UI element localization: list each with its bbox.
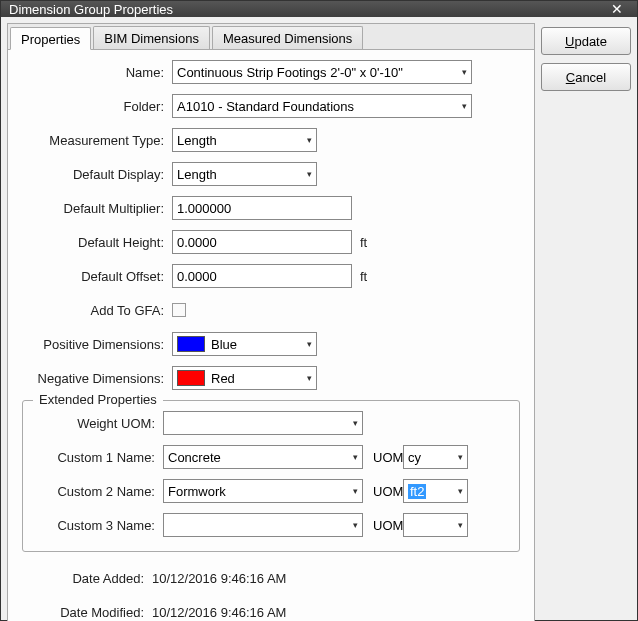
- weight-uom-combo[interactable]: ▾: [163, 411, 363, 435]
- tab-measured-dimensions[interactable]: Measured Dimensions: [212, 26, 363, 49]
- custom2-uom-combo[interactable]: ft2 ▾: [403, 479, 468, 503]
- form-area: Name: Continuous Strip Footings 2'-0" x …: [8, 50, 534, 621]
- label-measurement-type: Measurement Type:: [22, 133, 172, 148]
- chevron-down-icon: ▾: [303, 135, 312, 145]
- default-multiplier-input[interactable]: [172, 196, 352, 220]
- add-to-gfa-checkbox[interactable]: [172, 303, 186, 317]
- tab-label: Properties: [21, 32, 80, 47]
- negative-dimensions-value: Red: [211, 371, 235, 386]
- side-panel: Update Cancel: [541, 23, 631, 621]
- label-negative-dimensions: Negative Dimensions:: [22, 371, 172, 386]
- default-height-input[interactable]: [172, 230, 352, 254]
- label-default-height: Default Height:: [22, 235, 172, 250]
- default-height-field[interactable]: [177, 235, 347, 250]
- main-panel: Properties BIM Dimensions Measured Dimen…: [7, 23, 535, 621]
- extended-properties-legend: Extended Properties: [33, 392, 163, 407]
- label-default-offset: Default Offset:: [22, 269, 172, 284]
- default-display-combo[interactable]: Length ▾: [172, 162, 317, 186]
- color-option: Red: [177, 370, 235, 386]
- custom3-uom-combo[interactable]: ▾: [403, 513, 468, 537]
- name-combo[interactable]: Continuous Strip Footings 2'-0" x 0'-10"…: [172, 60, 472, 84]
- measurement-type-combo[interactable]: Length ▾: [172, 128, 317, 152]
- chevron-down-icon: ▾: [303, 373, 312, 383]
- custom1-uom-value: cy: [408, 450, 421, 465]
- default-offset-input[interactable]: [172, 264, 352, 288]
- color-option: Blue: [177, 336, 237, 352]
- label-uom: UOM:: [363, 450, 403, 465]
- titlebar: Dimension Group Properties ✕: [1, 1, 637, 17]
- label-uom: UOM:: [363, 518, 403, 533]
- update-button[interactable]: Update: [541, 27, 631, 55]
- tab-label: BIM Dimensions: [104, 31, 199, 46]
- chevron-down-icon: ▾: [458, 67, 467, 77]
- default-multiplier-field[interactable]: [177, 201, 347, 216]
- tab-label: Measured Dimensions: [223, 31, 352, 46]
- custom2-name-combo[interactable]: Formwork ▾: [163, 479, 363, 503]
- folder-value: A1010 - Standard Foundations: [177, 99, 354, 114]
- label-name: Name:: [22, 65, 172, 80]
- label-custom3-name: Custom 3 Name:: [31, 518, 163, 533]
- positive-dimensions-value: Blue: [211, 337, 237, 352]
- chevron-down-icon: ▾: [349, 486, 358, 496]
- folder-combo[interactable]: A1010 - Standard Foundations ▾: [172, 94, 472, 118]
- tab-properties[interactable]: Properties: [10, 27, 91, 50]
- chevron-down-icon: ▾: [454, 520, 463, 530]
- chevron-down-icon: ▾: [303, 339, 312, 349]
- chevron-down-icon: ▾: [349, 452, 358, 462]
- button-label: Update: [565, 34, 607, 49]
- label-custom2-name: Custom 2 Name:: [31, 484, 163, 499]
- label-custom1-name: Custom 1 Name:: [31, 450, 163, 465]
- chevron-down-icon: ▾: [349, 520, 358, 530]
- unit-ft: ft: [352, 235, 367, 250]
- date-added-value: 10/12/2016 9:46:16 AM: [152, 571, 286, 586]
- label-folder: Folder:: [22, 99, 172, 114]
- negative-dimensions-combo[interactable]: Red ▾: [172, 366, 317, 390]
- custom3-name-combo[interactable]: ▾: [163, 513, 363, 537]
- custom1-name-combo[interactable]: Concrete ▾: [163, 445, 363, 469]
- label-add-to-gfa: Add To GFA:: [22, 303, 172, 318]
- measurement-type-value: Length: [177, 133, 217, 148]
- close-icon[interactable]: ✕: [605, 1, 629, 17]
- custom2-name-value: Formwork: [168, 484, 226, 499]
- chevron-down-icon: ▾: [458, 101, 467, 111]
- label-positive-dimensions: Positive Dimensions:: [22, 337, 172, 352]
- chevron-down-icon: ▾: [454, 452, 463, 462]
- chevron-down-icon: ▾: [349, 418, 358, 428]
- color-swatch-blue: [177, 336, 205, 352]
- name-value: Continuous Strip Footings 2'-0" x 0'-10": [177, 65, 403, 80]
- date-modified-value: 10/12/2016 9:46:16 AM: [152, 605, 286, 620]
- chevron-down-icon: ▾: [454, 486, 463, 496]
- custom2-uom-value: ft2: [408, 484, 426, 499]
- color-swatch-red: [177, 370, 205, 386]
- label-default-multiplier: Default Multiplier:: [22, 201, 172, 216]
- dialog-body: Properties BIM Dimensions Measured Dimen…: [1, 17, 637, 621]
- custom1-uom-combo[interactable]: cy ▾: [403, 445, 468, 469]
- tab-bim-dimensions[interactable]: BIM Dimensions: [93, 26, 210, 49]
- label-default-display: Default Display:: [22, 167, 172, 182]
- dialog-window: Dimension Group Properties ✕ Properties …: [0, 0, 638, 621]
- cancel-button[interactable]: Cancel: [541, 63, 631, 91]
- label-weight-uom: Weight UOM:: [31, 416, 163, 431]
- positive-dimensions-combo[interactable]: Blue ▾: [172, 332, 317, 356]
- window-title: Dimension Group Properties: [9, 2, 173, 17]
- default-offset-field[interactable]: [177, 269, 347, 284]
- label-date-modified: Date Modified:: [22, 605, 152, 620]
- custom1-name-value: Concrete: [168, 450, 221, 465]
- unit-ft: ft: [352, 269, 367, 284]
- tab-strip: Properties BIM Dimensions Measured Dimen…: [8, 24, 534, 50]
- extended-properties-group: Extended Properties Weight UOM: ▾ Custom…: [22, 400, 520, 552]
- default-display-value: Length: [177, 167, 217, 182]
- button-label: Cancel: [566, 70, 606, 85]
- label-date-added: Date Added:: [22, 571, 152, 586]
- chevron-down-icon: ▾: [303, 169, 312, 179]
- label-uom: UOM:: [363, 484, 403, 499]
